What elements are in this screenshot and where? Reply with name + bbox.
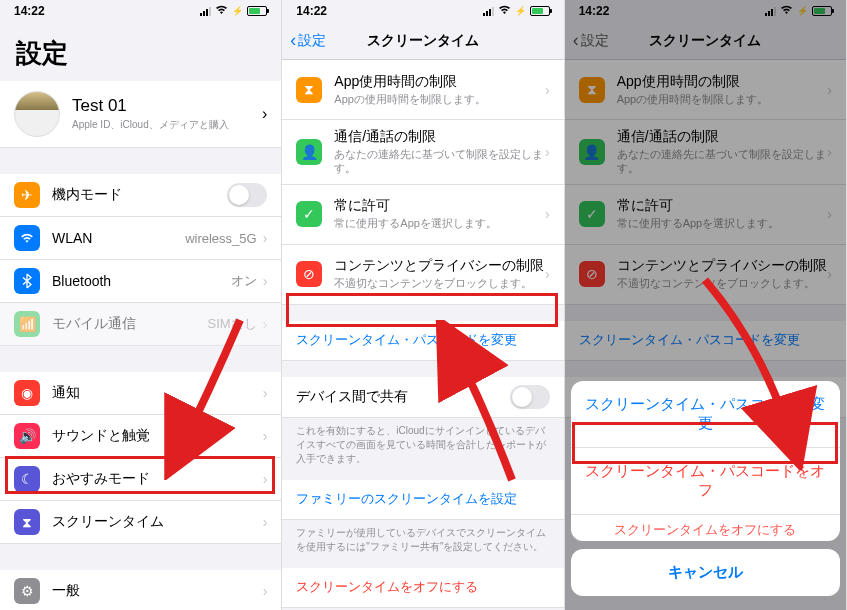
label-sound: サウンドと触覚 [52, 427, 263, 445]
row-sounds[interactable]: 🔊 サウンドと触覚 › [0, 415, 281, 458]
footer-share: これを有効にすると、iCloudにサインインしているデバイスすべての画面を見てい… [282, 418, 563, 472]
chevron-icon: › [263, 583, 268, 599]
hourglass-icon: ⧗ [296, 77, 322, 103]
label-mobile: モバイル通信 [52, 315, 208, 333]
sheet-cancel[interactable]: キャンセル [571, 549, 840, 596]
chevron-icon: › [262, 105, 267, 123]
nosign-icon: ⊘ [296, 261, 322, 287]
wifi-settings-icon [14, 225, 40, 251]
row-dnd[interactable]: ☾ おやすみモード › [0, 458, 281, 501]
sub-applimit: Appの使用時間を制限します。 [334, 92, 545, 106]
chevron-icon: › [263, 385, 268, 401]
airplane-icon: ✈ [14, 182, 40, 208]
screentime-sheet-panel: 14:22 ⚡ ‹設定 スクリーンタイム ⧗ App使用時間の制限Appの使用時… [565, 0, 847, 610]
charging-icon: ⚡ [515, 6, 526, 16]
moon-icon: ☾ [14, 466, 40, 492]
label-wlan: WLAN [52, 230, 185, 246]
screentime-panel: 14:22 ⚡ ‹設定 スクリーンタイム ⧗ App使用時間の制限Appの使用時… [282, 0, 564, 610]
chevron-icon: › [263, 273, 268, 289]
row-content[interactable]: ⊘ コンテンツとプライバシーの制限不適切なコンテンツをブロックします。 › [282, 245, 563, 305]
sheet-extra[interactable]: スクリーンタイムをオフにする [571, 515, 840, 541]
status-right: ⚡ [483, 5, 550, 17]
nav-title: スクリーンタイム [367, 32, 479, 50]
row-wlan[interactable]: WLAN wireless_5G › [0, 217, 281, 260]
status-bar: 14:22 ⚡ [282, 0, 563, 22]
battery-icon [530, 6, 550, 16]
detail-wlan: wireless_5G [185, 231, 257, 246]
label-bt: Bluetooth [52, 273, 231, 289]
label-off: スクリーンタイムをオフにする [296, 578, 549, 596]
row-share[interactable]: デバイス間で共有 [282, 377, 563, 418]
status-time: 14:22 [296, 4, 327, 18]
sounds-icon: 🔊 [14, 423, 40, 449]
label-screentime: スクリーンタイム [52, 513, 263, 531]
page-title: 設定 [0, 22, 281, 81]
row-screentime[interactable]: ⧗ スクリーンタイム › [0, 501, 281, 544]
airplane-toggle[interactable] [227, 183, 267, 207]
chevron-icon: › [263, 230, 268, 246]
row-airplane[interactable]: ✈ 機内モード [0, 174, 281, 217]
row-always[interactable]: ✓ 常に許可常に使用するAppを選択します。 › [282, 185, 563, 245]
gear-icon: ⚙ [14, 578, 40, 604]
label-dnd: おやすみモード [52, 470, 263, 488]
charging-icon: ⚡ [232, 6, 243, 16]
label-changepass: スクリーンタイム・パスコードを変更 [296, 331, 549, 349]
row-off[interactable]: スクリーンタイムをオフにする [282, 568, 563, 608]
person-icon: 👤 [296, 139, 322, 165]
row-general[interactable]: ⚙ 一般 › [0, 570, 281, 610]
label-airplane: 機内モード [52, 186, 227, 204]
cellular-icon: 📶 [14, 311, 40, 337]
row-family[interactable]: ファミリーのスクリーンタイムを設定 [282, 480, 563, 520]
avatar [14, 91, 60, 137]
signal-icon [483, 7, 494, 16]
share-toggle[interactable] [510, 385, 550, 409]
label-notif: 通知 [52, 384, 263, 402]
battery-icon [247, 6, 267, 16]
settings-root-panel: 14:22 ⚡ 設定 Test 01 Apple ID、iCloud、メディアと… [0, 0, 282, 610]
sub-comm: あなたの連絡先に基づいて制限を設定します。 [334, 147, 545, 176]
chevron-icon: › [263, 514, 268, 530]
chevron-icon: › [263, 428, 268, 444]
hourglass-icon: ⧗ [14, 509, 40, 535]
back-button[interactable]: ‹設定 [290, 30, 326, 51]
apple-id-row[interactable]: Test 01 Apple ID、iCloud、メディアと購入 › [0, 81, 281, 148]
nav-bar: ‹設定 スクリーンタイム [282, 22, 563, 60]
sheet-off[interactable]: スクリーンタイム・パスコードをオフ [571, 448, 840, 515]
status-right: ⚡ [200, 5, 267, 17]
row-bluetooth[interactable]: Bluetooth オン › [0, 260, 281, 303]
notifications-icon: ◉ [14, 380, 40, 406]
row-notifications[interactable]: ◉ 通知 › [0, 372, 281, 415]
label-applimit: App使用時間の制限 [334, 73, 545, 91]
sub-content: 不適切なコンテンツをブロックします。 [334, 276, 545, 290]
chevron-icon: › [545, 266, 550, 282]
label-comm: 通信/通話の制限 [334, 128, 545, 146]
row-changepass[interactable]: スクリーンタイム・パスコードを変更 [282, 321, 563, 361]
status-time: 14:22 [14, 4, 45, 18]
label-general: 一般 [52, 582, 263, 600]
label-share: デバイス間で共有 [296, 388, 509, 406]
check-icon: ✓ [296, 201, 322, 227]
sheet-change[interactable]: スクリーンタイム・パスコードを変更 [571, 381, 840, 448]
chevron-icon: › [545, 206, 550, 222]
row-applimit[interactable]: ⧗ App使用時間の制限Appの使用時間を制限します。 › [282, 60, 563, 120]
sub-always: 常に使用するAppを選択します。 [334, 216, 545, 230]
status-bar: 14:22 ⚡ [0, 0, 281, 22]
back-label: 設定 [298, 32, 326, 50]
detail-bt: オン [231, 272, 257, 290]
label-always: 常に許可 [334, 197, 545, 215]
chevron-icon: › [545, 144, 550, 160]
row-mobile[interactable]: 📶 モバイル通信 SIMなし › [0, 303, 281, 346]
profile-name: Test 01 [72, 96, 262, 116]
profile-sub: Apple ID、iCloud、メディアと購入 [72, 118, 262, 132]
footer-family: ファミリーが使用しているデバイスでスクリーンタイムを使用するには"ファミリー共有… [282, 520, 563, 560]
bluetooth-icon [14, 268, 40, 294]
chevron-icon: › [545, 82, 550, 98]
row-comm[interactable]: 👤 通信/通話の制限あなたの連絡先に基づいて制限を設定します。 › [282, 120, 563, 185]
label-family: ファミリーのスクリーンタイムを設定 [296, 490, 549, 508]
wifi-icon [215, 5, 228, 17]
wifi-icon [498, 5, 511, 17]
action-sheet: スクリーンタイム・パスコードを変更 スクリーンタイム・パスコードをオフ スクリー… [571, 381, 840, 604]
chevron-icon: › [263, 471, 268, 487]
signal-icon [200, 7, 211, 16]
chevron-icon: › [263, 316, 268, 332]
